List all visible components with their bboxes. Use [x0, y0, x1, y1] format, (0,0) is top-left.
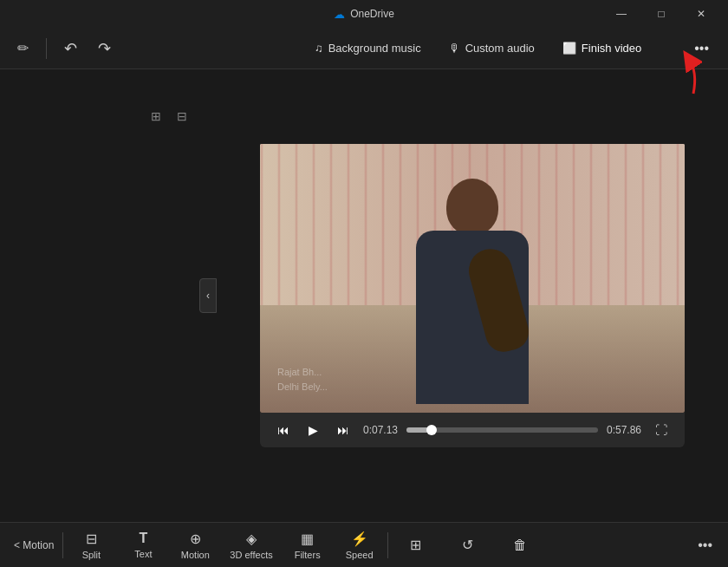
split-button[interactable]: ⊟ Split: [65, 527, 117, 564]
person-silhouette: [386, 179, 559, 404]
text-label: Text: [134, 549, 152, 559]
video-player: Rajat Bh... Delhi Bely...: [260, 144, 685, 413]
speed-button[interactable]: ⚡ Speed: [334, 527, 386, 564]
close-button[interactable]: ✕: [681, 0, 721, 28]
sidebar-collapse-button[interactable]: ‹: [199, 278, 217, 313]
total-time: 0:57.86: [607, 424, 641, 436]
watermark-line2: Delhi Bely...: [277, 380, 328, 395]
bottom-more-button[interactable]: •••: [689, 531, 721, 560]
pencil-button[interactable]: ✏: [10, 35, 36, 62]
crop-icon: ⊞: [410, 537, 421, 553]
current-time: 0:07.13: [363, 424, 398, 436]
finish-video-label: Finish video: [582, 42, 641, 55]
undo-icon: ↶: [64, 39, 77, 58]
motion-icon: ⊕: [190, 531, 201, 547]
split-icon: ⊟: [86, 531, 97, 547]
finish-video-button[interactable]: ⬜ Finish video: [550, 36, 653, 60]
redo-icon: ↷: [98, 39, 111, 58]
bottom-more-icon: •••: [698, 538, 712, 552]
filters-icon: ▦: [301, 531, 314, 547]
sidebar: ‹ ⊞ ⊟: [0, 69, 217, 522]
filters-button[interactable]: ▦ Filters: [282, 527, 334, 564]
custom-audio-button[interactable]: 🎙 Custom audio: [437, 36, 547, 60]
effects-3d-button[interactable]: ◈ 3D effects: [221, 527, 281, 564]
more-icon: •••: [694, 41, 709, 55]
layout-icon-2[interactable]: ⊟: [173, 106, 191, 127]
toolbar-left: ✏ ↶ ↷: [10, 34, 270, 63]
filters-label: Filters: [295, 550, 321, 560]
fullscreen-button[interactable]: ⛶: [650, 420, 673, 440]
back-button[interactable]: < Motion: [7, 536, 61, 555]
forward-icon: ⏭: [337, 423, 349, 437]
person-body: [416, 231, 529, 404]
maximize-button[interactable]: □: [641, 0, 681, 28]
speed-label: Speed: [346, 550, 374, 560]
more-options-button[interactable]: •••: [686, 36, 718, 62]
rewind-button[interactable]: ⏮: [272, 420, 295, 440]
background-music-button[interactable]: ♫ Background music: [302, 36, 433, 60]
minimize-button[interactable]: —: [601, 0, 641, 28]
motion-button[interactable]: ⊕ Motion: [169, 527, 221, 564]
custom-audio-label: Custom audio: [465, 42, 535, 55]
undo-button[interactable]: ↶: [57, 34, 84, 63]
guitar-body: [464, 244, 532, 356]
progress-thumb: [426, 425, 437, 435]
finish-video-icon: ⬜: [562, 42, 576, 55]
main-toolbar: ✏ ↶ ↷ ♫ Background music 🎙 Custom audio …: [0, 28, 728, 69]
music-icon: ♫: [315, 42, 323, 55]
redo-button[interactable]: ↷: [91, 34, 118, 63]
delete-icon: 🗑: [513, 538, 527, 553]
back-button-area: < Motion: [7, 536, 61, 555]
motion-label: Motion: [181, 550, 210, 560]
onedrive-icon: ☁: [334, 8, 345, 21]
toolbar-separator-1: [46, 38, 47, 59]
toolbar-right: •••: [686, 36, 718, 62]
back-label: < Motion: [14, 539, 54, 551]
background-music-label: Background music: [328, 42, 421, 55]
speed-icon: ⚡: [351, 531, 368, 547]
rotate-button[interactable]: ↺: [442, 533, 494, 557]
app-title: OneDrive: [350, 8, 394, 20]
sidebar-icons: ⊞ ⊟: [147, 80, 217, 127]
video-area: Rajat Bh... Delhi Bely... ⏮ ▶ ⏭ 0:07.13 …: [217, 69, 728, 522]
delete-button[interactable]: 🗑: [494, 534, 546, 557]
watermark: Rajat Bh... Delhi Bely...: [277, 365, 328, 395]
crop-button[interactable]: ⊞: [390, 533, 442, 557]
layout-icon-1[interactable]: ⊞: [147, 106, 165, 127]
main-layout: ‹ ⊞ ⊟ Rajat Bh...: [0, 69, 728, 522]
title-bar-controls: — □ ✕: [601, 0, 721, 28]
video-scene: Rajat Bh... Delhi Bely...: [260, 144, 685, 413]
title-bar: ☁ OneDrive — □ ✕: [0, 0, 728, 28]
fullscreen-icon: ⛶: [655, 423, 667, 437]
chevron-left-icon: ‹: [206, 290, 210, 302]
toolbar-center: ♫ Background music 🎙 Custom audio ⬜ Fini…: [270, 36, 686, 60]
bottom-toolbar: < Motion ⊟ Split T Text ⊕ Motion ◈ 3D ef…: [0, 522, 728, 567]
text-icon: T: [139, 531, 147, 546]
play-icon: ▶: [309, 423, 318, 437]
bottom-divider-1: [62, 532, 63, 558]
effects-3d-label: 3D effects: [230, 550, 272, 560]
progress-bar[interactable]: [406, 427, 598, 433]
sidebar-icon-row: ⊞ ⊟: [147, 106, 191, 127]
text-button[interactable]: T Text: [117, 527, 169, 563]
bottom-divider-2: [387, 532, 388, 558]
watermark-line1: Rajat Bh...: [277, 365, 328, 381]
split-label: Split: [82, 550, 101, 560]
rewind-icon: ⏮: [277, 423, 289, 437]
forward-button[interactable]: ⏭: [332, 420, 354, 440]
pencil-icon: ✏: [17, 40, 29, 56]
rotate-icon: ↺: [462, 537, 473, 553]
custom-audio-icon: 🎙: [449, 42, 460, 55]
effects-3d-icon: ◈: [246, 531, 257, 547]
title-bar-center: ☁ OneDrive: [334, 8, 394, 21]
person-head: [446, 179, 498, 235]
play-button[interactable]: ▶: [303, 420, 323, 440]
video-controls: ⏮ ▶ ⏭ 0:07.13 0:57.86 ⛶: [260, 413, 685, 447]
